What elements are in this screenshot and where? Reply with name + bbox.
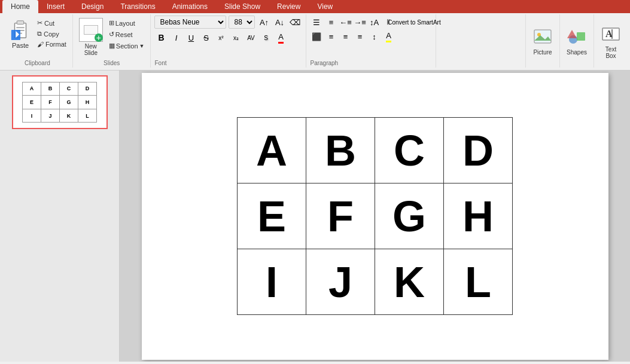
cut-button[interactable]: ✂ Cut [35, 18, 69, 28]
font-size-select[interactable]: 88 [229, 16, 255, 29]
paragraph-group-label: Paragraph [310, 59, 338, 66]
font-name-select[interactable]: Bebas Neue [154, 16, 226, 29]
tab-bar: Home Insert Design Transitions Animation… [0, 0, 630, 13]
table-cell: D [444, 118, 513, 183]
svg-rect-7 [534, 30, 551, 43]
table-cell: L [444, 249, 513, 315]
section-button[interactable]: ▦ Section ▼ [106, 41, 147, 51]
textbox-button[interactable]: A Text Box [594, 14, 628, 68]
svg-text:A: A [605, 29, 613, 39]
svg-rect-1 [17, 21, 23, 25]
paste-label: Paste [12, 42, 29, 49]
text-direction-button[interactable]: ↕A [367, 16, 381, 29]
copy-icon: ⧉ [37, 30, 42, 38]
picture-icon [532, 26, 553, 48]
table-cell: I [238, 249, 306, 315]
tab-animations[interactable]: Animations [164, 0, 216, 13]
paste-icon [10, 18, 31, 42]
slides-group: + NewSlide ⊞ Layout ↺ Reset [73, 14, 151, 68]
para-row1: ☰ ≡ ←≡ →≡ ↕A ⫴ Convert to SmartArt [310, 16, 432, 29]
clipboard-group: Paste ✂ Cut ⧉ Copy 🖌 Format Clipboard [2, 14, 73, 68]
font-row2: B I U S x² x₂ AV S A [154, 31, 287, 44]
superscript-button[interactable]: x² [214, 31, 227, 44]
char-spacing-button[interactable]: AV [244, 31, 257, 44]
layout-label: Layout [115, 20, 135, 27]
line-spacing-button[interactable]: ↕ [367, 30, 381, 43]
increase-indent-button[interactable]: →≡ [353, 16, 366, 29]
format-button[interactable]: 🖌 Format [35, 39, 69, 49]
layout-icon: ⊞ [109, 19, 114, 27]
shapes-icon [566, 26, 588, 48]
paste-button[interactable]: Paste [6, 16, 35, 51]
tab-insert[interactable]: Insert [38, 0, 73, 13]
table-cell: G [375, 183, 444, 249]
justify-button[interactable]: ≡ [353, 30, 366, 43]
align-left-button[interactable]: ⬛ [310, 30, 323, 43]
slide-canvas[interactable]: ABCDEFGHIJKL [142, 73, 608, 360]
table-cell: C [375, 118, 444, 183]
clear-format-button[interactable]: ⌫ [288, 16, 302, 29]
tab-review[interactable]: Review [269, 0, 309, 13]
bullets-button[interactable]: ☰ [310, 16, 323, 29]
strikethrough-button[interactable]: S [199, 31, 212, 44]
tab-transitions[interactable]: Transitions [112, 0, 163, 13]
subscript-button[interactable]: x₂ [229, 31, 242, 44]
main-content: 1 ABCDEFGHIJKL ABCDEFGHIJKL [0, 71, 630, 362]
font-color-button[interactable]: A [274, 31, 287, 44]
new-slide-button[interactable]: + NewSlide [77, 16, 105, 56]
reset-label: Reset [115, 31, 133, 38]
mini-table-cell: H [78, 96, 96, 109]
mini-table-cell: B [41, 82, 60, 96]
format-label: Format [45, 41, 66, 48]
font-group-label: Font [154, 59, 166, 66]
clipboard-small-buttons: ✂ Cut ⧉ Copy 🖌 Format [35, 18, 69, 49]
copy-label: Copy [44, 30, 59, 38]
slides-options: ⊞ Layout ↺ Reset ▦ Section ▼ [106, 16, 147, 51]
new-slide-label: NewSlide [84, 43, 98, 56]
paragraph-group: ☰ ≡ ←≡ →≡ ↕A ⫴ Convert to SmartArt ⬛ ≡ ≡… [306, 14, 436, 68]
canvas-area: ABCDEFGHIJKL [120, 71, 630, 362]
slide-thumb-container: 1 ABCDEFGHIJKL [5, 75, 114, 129]
tab-design[interactable]: Design [73, 0, 112, 13]
bold-button[interactable]: B [154, 31, 168, 44]
tab-view[interactable]: View [309, 0, 341, 13]
slides-group-top: + NewSlide ⊞ Layout ↺ Reset [77, 16, 147, 59]
slide-thumbnail[interactable]: ABCDEFGHIJKL [12, 75, 108, 129]
text-shadow-button[interactable]: S [259, 31, 272, 44]
text-highlight-button[interactable]: A [382, 30, 395, 43]
mini-table-cell: L [78, 109, 96, 123]
align-center-button[interactable]: ≡ [324, 30, 337, 43]
shapes-button[interactable]: Shapes [559, 14, 594, 68]
cut-icon: ✂ [37, 19, 42, 27]
svg-rect-2 [16, 27, 24, 28]
main-slide-table: ABCDEFGHIJKL [237, 117, 513, 315]
align-right-button[interactable]: ≡ [339, 30, 352, 43]
smartart-convert-button[interactable]: Convert to SmartArt [396, 16, 432, 29]
tab-slideshow[interactable]: Slide Show [216, 0, 269, 13]
table-cell: E [238, 183, 306, 249]
layout-button[interactable]: ⊞ Layout [106, 18, 147, 28]
format-icon: 🖌 [37, 41, 44, 48]
font-row1: Bebas Neue 88 A↑ A↓ ⌫ [154, 16, 302, 29]
ribbon-container: Home Insert Design Transitions Animation… [0, 0, 630, 71]
slide-panel: 1 ABCDEFGHIJKL [0, 71, 120, 362]
reset-button[interactable]: ↺ Reset [106, 29, 147, 39]
increase-font-button[interactable]: A↑ [257, 16, 270, 29]
copy-button[interactable]: ⧉ Copy [35, 29, 69, 39]
textbox-icon: A [600, 23, 622, 45]
decrease-indent-button[interactable]: ←≡ [339, 16, 352, 29]
picture-button[interactable]: Picture [525, 14, 559, 68]
table-cell: J [306, 249, 375, 315]
font-group: Bebas Neue 88 A↑ A↓ ⌫ B I U S x² x₂ AV S… [151, 14, 306, 68]
mini-table-cell: K [59, 109, 78, 123]
italic-button[interactable]: I [169, 31, 182, 44]
numbering-button[interactable]: ≡ [324, 16, 337, 29]
underline-button[interactable]: U [184, 31, 197, 44]
decrease-font-button[interactable]: A↓ [273, 16, 286, 29]
svg-marker-12 [567, 30, 577, 38]
mini-table-cell: J [41, 109, 60, 123]
svg-rect-5 [11, 30, 20, 40]
clipboard-group-label: Clipboard [2, 59, 72, 66]
tab-home[interactable]: Home [2, 0, 38, 13]
ribbon: Paste ✂ Cut ⧉ Copy 🖌 Format Clipboard [0, 13, 630, 71]
